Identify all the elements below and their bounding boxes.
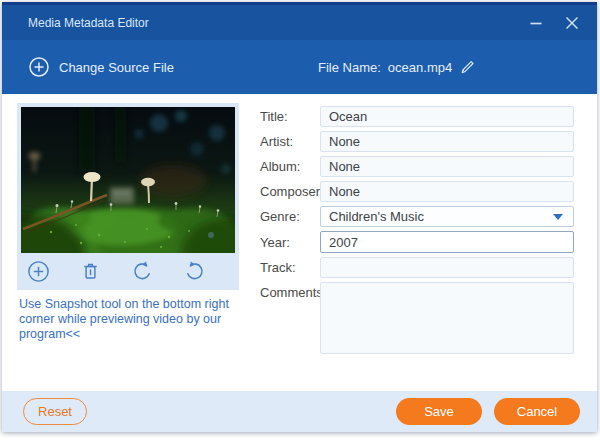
track-input[interactable] [320, 257, 574, 278]
rotate-right-button[interactable] [182, 260, 206, 284]
rotate-ccw-icon [131, 260, 154, 283]
reset-button[interactable]: Reset [23, 398, 87, 425]
footer-bar: Reset Save Cancel [2, 391, 597, 432]
field-label-composer: Composer: [260, 184, 320, 199]
delete-snapshot-button[interactable] [78, 260, 102, 284]
field-label-comments: Comments: [260, 282, 320, 300]
comments-textarea[interactable] [320, 282, 574, 354]
video-thumbnail-frame [17, 103, 239, 253]
chevron-down-icon [553, 214, 563, 220]
file-name-label: File Name: [318, 60, 381, 75]
trash-icon [79, 260, 102, 283]
genre-selected-value: Children's Music [329, 209, 424, 224]
field-label-title: Title: [260, 109, 320, 124]
composer-input[interactable] [320, 181, 574, 202]
save-button[interactable]: Save [396, 398, 482, 425]
window-title: Media Metadata Editor [28, 16, 149, 30]
titlebar: Media Metadata Editor [2, 2, 597, 40]
change-source-file-label: Change Source File [59, 60, 174, 75]
file-name-value: ocean.mp4 [388, 60, 452, 75]
artist-input[interactable] [320, 131, 574, 152]
window-controls [525, 12, 583, 34]
genre-select[interactable]: Children's Music [320, 206, 574, 227]
field-label-album: Album: [260, 159, 320, 174]
footer-actions: Save Cancel [396, 398, 580, 425]
content-area: Use Snapshot tool on the bottom right co… [2, 94, 597, 391]
change-source-file-button[interactable]: Change Source File [28, 56, 174, 78]
pencil-icon [459, 59, 476, 76]
rotate-cw-icon [183, 260, 206, 283]
field-label-genre: Genre: [260, 209, 320, 224]
add-snapshot-button[interactable] [26, 260, 50, 284]
close-icon [563, 14, 581, 32]
circle-plus-icon [28, 56, 50, 78]
rotate-left-button[interactable] [130, 260, 154, 284]
minimize-icon [528, 15, 544, 31]
field-label-year: Year: [260, 235, 320, 250]
minimize-button[interactable] [525, 12, 547, 34]
album-input[interactable] [320, 156, 574, 177]
year-input[interactable] [320, 231, 574, 253]
preview-panel [17, 103, 239, 290]
snapshot-hint-text: Use Snapshot tool on the bottom right co… [19, 297, 237, 342]
file-name-group: File Name: ocean.mp4 [318, 59, 476, 76]
field-label-artist: Artist: [260, 134, 320, 149]
metadata-form: Title: Artist: Album: Composer: Genre: C… [260, 106, 574, 354]
media-metadata-editor-window: Media Metadata Editor Change So [2, 2, 597, 432]
close-button[interactable] [561, 12, 583, 34]
title-input[interactable] [320, 106, 574, 127]
circle-plus-icon [27, 260, 50, 283]
snapshot-toolbar [17, 253, 239, 290]
video-thumbnail [21, 107, 235, 253]
field-label-track: Track: [260, 260, 320, 275]
cancel-button[interactable]: Cancel [494, 398, 580, 425]
edit-filename-button[interactable] [459, 59, 476, 76]
header-bar: Change Source File File Name: ocean.mp4 [2, 40, 597, 94]
